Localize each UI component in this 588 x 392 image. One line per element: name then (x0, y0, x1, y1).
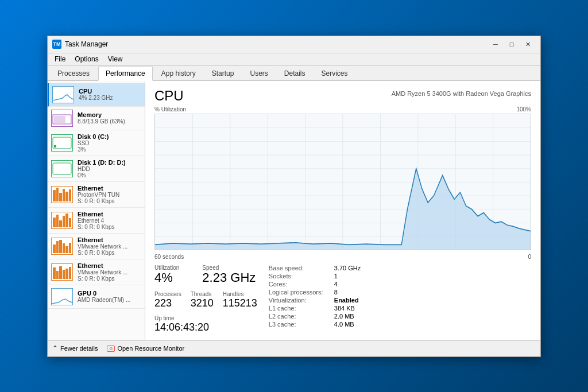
memory-name: Memory (78, 111, 141, 118)
processes-block: Processes 223 (154, 291, 181, 309)
eth4-thumbnail (51, 263, 73, 281)
sidebar-item-gpu0[interactable]: GPU 0 AMD Radeon(TM) ... (48, 285, 145, 309)
detail-val-sockets: 1 (334, 273, 338, 280)
window-title: Task Manager (65, 40, 488, 48)
detail-key-logical: Logical processors: (269, 289, 332, 296)
fewer-details-label: Fewer details (60, 345, 98, 352)
svg-rect-3 (54, 145, 56, 148)
stats-left: Utilization 4% Speed 2.23 GHz Processes … (154, 265, 257, 333)
cpu-chart (154, 114, 531, 251)
minimize-button[interactable]: ─ (488, 38, 504, 50)
tab-performance[interactable]: Performance (98, 67, 153, 81)
detail-virtualization: Virtualization: Enabled (269, 297, 361, 304)
panel-subtitle: AMD Ryzen 5 3400G with Radeon Vega Graph… (392, 90, 531, 97)
maximize-button[interactable]: □ (504, 38, 520, 50)
eth2-name: Ethernet (78, 211, 141, 218)
chart-time-right: 0 (528, 254, 531, 260)
detail-key-l1: L1 cache: (269, 305, 332, 312)
detail-val-l2: 2.0 MB (334, 313, 354, 320)
detail-val-base-speed: 3.70 GHz (334, 265, 361, 271)
detail-sockets: Sockets: 1 (269, 273, 361, 280)
detail-key-base-speed: Base speed: (269, 265, 332, 271)
eth3-thumbnail (51, 238, 73, 255)
tab-details[interactable]: Details (277, 67, 313, 80)
sidebar-item-eth1[interactable]: Ethernet ProtonVPN TUN S: 0 R: 0 Kbps (48, 182, 145, 208)
title-bar: TM Task Manager ─ □ ✕ (48, 36, 540, 53)
sidebar-item-disk0[interactable]: Disk 0 (C:) SSD 3% (48, 130, 145, 156)
detail-col: Base speed: 3.70 GHz Sockets: 1 Cores: 4 (269, 265, 361, 333)
gpu0-thumbnail (51, 288, 73, 305)
chart-y-label: % Utilization (154, 106, 186, 112)
eth3-sub2: S: 0 R: 0 Kbps (78, 250, 141, 256)
menu-view[interactable]: View (103, 54, 127, 64)
task-manager-window: TM Task Manager ─ □ ✕ File Options View … (47, 36, 541, 357)
eth2-thumbnail (51, 212, 73, 229)
stats-section: Utilization 4% Speed 2.23 GHz Processes … (154, 265, 531, 333)
panel-title: CPU (154, 88, 184, 104)
chevron-up-icon: ⌃ (52, 344, 58, 352)
sidebar-item-cpu[interactable]: CPU 4% 2.23 GHz (48, 83, 145, 107)
fewer-details-button[interactable]: ⌃ Fewer details (52, 344, 98, 352)
handles-value: 115213 (223, 297, 257, 309)
menu-bar: File Options View (48, 53, 540, 66)
detail-val-l1: 384 KB (334, 305, 355, 312)
menu-file[interactable]: File (50, 54, 70, 64)
tab-services[interactable]: Services (314, 67, 355, 80)
window-controls: ─ □ ✕ (488, 38, 536, 50)
gpu0-name: GPU 0 (78, 290, 141, 297)
sidebar-item-memory[interactable]: Memory 8.8/13.9 GB (63%) (48, 107, 145, 130)
tab-bar: Processes Performance App history Startu… (48, 66, 540, 81)
close-button[interactable]: ✕ (520, 38, 536, 50)
tab-startup[interactable]: Startup (204, 67, 242, 80)
detail-l2: L2 cache: 2.0 MB (269, 313, 361, 320)
handles-label: Handles (223, 291, 257, 297)
open-resource-monitor-button[interactable]: ⊘ Open Resource Monitor (107, 345, 184, 352)
detail-val-cores: 4 (334, 281, 338, 288)
stats-row1: Utilization 4% Speed 2.23 GHz (154, 265, 257, 285)
memory-info: Memory 8.8/13.9 GB (63%) (78, 111, 141, 125)
detail-val-l3: 4.0 MB (334, 321, 354, 328)
sidebar-item-disk1[interactable]: Disk 1 (D: D: D:) HDD 0% (48, 156, 145, 182)
detail-l1: L1 cache: 384 KB (269, 305, 361, 312)
disk0-info: Disk 0 (C:) SSD 3% (78, 133, 141, 153)
detail-logical-processors: Logical processors: 8 (269, 289, 361, 296)
right-panel: CPU AMD Ryzen 5 3400G with Radeon Vega G… (145, 81, 540, 340)
eth4-info: Ethernet VMware Network ... S: 0 R: 0 Kb… (78, 262, 141, 282)
sidebar-item-eth3[interactable]: Ethernet VMware Network ... S: 0 R: 0 Kb… (48, 234, 145, 259)
sidebar-item-eth2[interactable]: Ethernet Ethernet 4 S: 0 R: 0 Kbps (48, 208, 145, 234)
disk0-name: Disk 0 (C:) (78, 133, 141, 140)
disk0-pct: 3% (78, 146, 141, 153)
tab-users[interactable]: Users (242, 67, 275, 80)
disk0-sub: SSD (78, 140, 141, 146)
cpu-info: CPU 4% 2.23 GHz (79, 88, 141, 101)
sidebar: CPU 4% 2.23 GHz Memory 8.8/13.9 GB (63%) (48, 81, 145, 340)
uptime-block: Up time 14:06:43:20 (154, 315, 257, 333)
stats-row2: Processes 223 Threads 3210 Handles 11521… (154, 291, 257, 309)
sidebar-item-eth4[interactable]: Ethernet VMware Network ... S: 0 R: 0 Kb… (48, 259, 145, 285)
eth1-name: Ethernet (78, 185, 141, 192)
app-icon: TM (52, 40, 61, 49)
chart-label-row: % Utilization 100% (154, 106, 531, 112)
detail-val-virt: Enabled (334, 297, 359, 304)
main-content: CPU 4% 2.23 GHz Memory 8.8/13.9 GB (63%) (48, 81, 540, 340)
chart-y-max: 100% (516, 106, 531, 112)
chart-time-label: 60 seconds 0 (154, 254, 531, 260)
speed-value: 2.23 GHz (202, 271, 256, 285)
disk1-info: Disk 1 (D: D: D:) HDD 0% (78, 159, 141, 178)
eth3-sub1: VMware Network ... (78, 243, 141, 250)
menu-options[interactable]: Options (70, 54, 103, 64)
tab-processes[interactable]: Processes (50, 67, 97, 80)
threads-label: Threads (191, 291, 214, 297)
disk1-sub: HDD (78, 166, 141, 172)
eth3-info: Ethernet VMware Network ... S: 0 R: 0 Kb… (78, 236, 141, 256)
eth4-name: Ethernet (78, 262, 141, 269)
tab-app-history[interactable]: App history (154, 67, 203, 80)
svg-rect-1 (54, 116, 65, 123)
threads-block: Threads 3210 (191, 291, 214, 309)
panel-header: CPU AMD Ryzen 5 3400G with Radeon Vega G… (154, 88, 531, 104)
cpu-sub: 4% 2.23 GHz (79, 95, 141, 101)
eth2-info: Ethernet Ethernet 4 S: 0 R: 0 Kbps (78, 211, 141, 230)
detail-l3: L3 cache: 4.0 MB (269, 321, 361, 328)
detail-base-speed: Base speed: 3.70 GHz (269, 265, 361, 271)
utilization-block: Utilization 4% (154, 265, 179, 285)
